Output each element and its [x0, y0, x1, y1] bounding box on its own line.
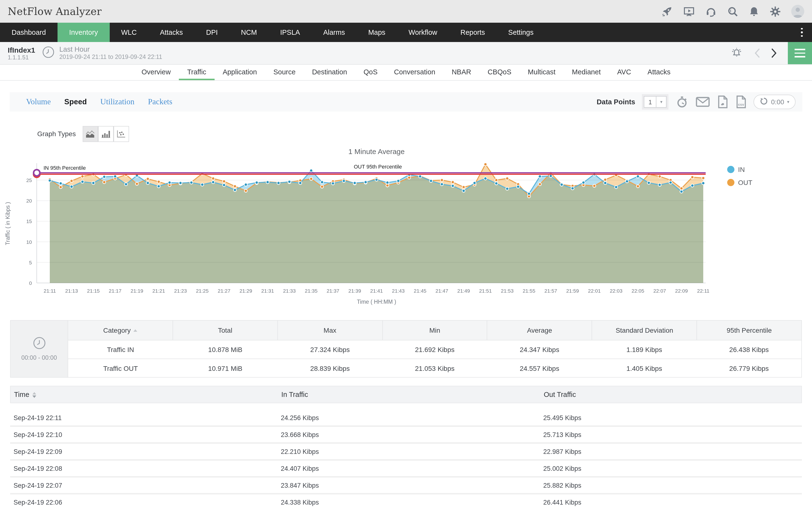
point-IN [190, 181, 193, 184]
x-tick-label: 21:35 [305, 288, 317, 294]
col-time[interactable]: Time [11, 391, 281, 398]
csv-export-icon[interactable]: csv [735, 95, 747, 109]
headset-icon[interactable] [705, 6, 717, 17]
y-axis-title: Traffic ( in Kibps ) [5, 202, 11, 245]
point-OUT [451, 181, 454, 183]
summary-col-average[interactable]: Average [488, 321, 592, 340]
nav-item[interactable]: NCM [230, 23, 268, 42]
main-nav: Dashboard Inventory WLC Attacks DPI NCM … [0, 23, 812, 42]
svg-text:csv: csv [738, 102, 744, 107]
nav-item[interactable]: Reports [449, 23, 497, 42]
nav-item-label: Reports [460, 29, 485, 36]
x-tick-label: 22:05 [631, 288, 644, 294]
point-OUT [70, 179, 73, 182]
gear-icon[interactable] [769, 6, 781, 17]
nav-item[interactable]: WLC [109, 23, 148, 42]
rocket-icon[interactable] [661, 6, 673, 17]
tab[interactable]: Attacks [639, 65, 678, 80]
point-OUT [680, 187, 683, 190]
point-IN [332, 182, 335, 185]
bell-icon[interactable] [749, 6, 759, 17]
graph-type-bar-button[interactable] [98, 126, 114, 142]
tab[interactable]: AVC [609, 65, 640, 80]
schedule-icon[interactable] [675, 95, 689, 109]
presentation-icon[interactable] [683, 6, 695, 17]
tab[interactable]: Overview [134, 65, 179, 80]
email-icon[interactable] [696, 96, 710, 108]
time-period-clock-icon[interactable] [42, 46, 54, 60]
summary-col-stddev[interactable]: Standard Deviation [592, 321, 697, 340]
summary-col-max[interactable]: Max [278, 321, 383, 340]
cell-out-traffic: 25.495 Kibps [543, 414, 802, 421]
data-points-select[interactable]: 1 ▾ [642, 94, 668, 110]
nav-item[interactable]: Alarms [311, 23, 356, 42]
summary-header-row: Category Total Max Min Average Standard … [68, 321, 801, 340]
nav-item[interactable]: Workflow [397, 23, 449, 42]
interface-list-menu-icon[interactable] [788, 42, 812, 64]
cell-out-traffic: 22.987 Kibps [543, 448, 802, 455]
search-icon[interactable] [727, 6, 739, 17]
point-IN [440, 183, 443, 186]
summary-col-total[interactable]: Total [173, 321, 278, 340]
tab[interactable]: NBAR [444, 65, 479, 80]
point-IN [277, 181, 280, 184]
nav-item-label: Inventory [69, 29, 98, 36]
tab[interactable]: QoS [355, 65, 386, 80]
point-IN [539, 175, 541, 178]
chart-toolbar: Volume Speed Utilization Packets Data Po… [10, 92, 802, 112]
nav-item[interactable]: Attacks [148, 23, 195, 42]
x-tick-label: 21:51 [479, 288, 492, 294]
nav-item[interactable]: IPSLA [268, 23, 311, 42]
tab[interactable]: Source [265, 65, 304, 80]
summary-cell-max: 28.839 Kibps [278, 359, 382, 377]
tab[interactable]: Traffic [179, 65, 214, 80]
point-IN [364, 181, 367, 183]
metric-switch-item[interactable]: Packets [141, 97, 179, 107]
graph-type-scatter-button[interactable] [114, 126, 129, 142]
cell-out-traffic: 26.441 Kibps [543, 499, 802, 506]
graph-type-area-button[interactable] [83, 126, 98, 142]
col-in-traffic[interactable]: In Traffic [281, 391, 544, 398]
nav-item[interactable]: DPI [195, 23, 230, 42]
traffic-chart-svg[interactable]: 051015202521:1121:1321:1521:1721:1921:21… [0, 142, 812, 311]
time-table-header: Time In Traffic Out Traffic [10, 386, 802, 403]
summary-cell-stddev: 1.189 Kibps [592, 340, 697, 358]
nav-overflow-menu-icon[interactable] [797, 23, 807, 42]
top-bar: NetFlow Analyzer [0, 0, 812, 23]
point-OUT [146, 177, 149, 180]
nav-item-label: Attacks [160, 29, 183, 36]
prev-interface-icon[interactable] [754, 48, 760, 58]
tab[interactable]: Application [214, 65, 265, 80]
metric-switch-item[interactable]: Utilization [94, 97, 141, 107]
metric-switch-item[interactable]: Speed [57, 98, 94, 106]
summary-col-95th[interactable]: 95th Percentile [697, 321, 801, 340]
tab[interactable]: Medianet [564, 65, 609, 80]
time-period[interactable]: Last Hour 2019-09-24 21:11 to 2019-09-24… [59, 45, 162, 61]
alarm-bell-icon[interactable] [730, 47, 743, 59]
tab[interactable]: Conversation [386, 65, 444, 80]
device-info: IfIndex1 1.1.1.51 [8, 46, 35, 61]
tab-label: Traffic [187, 68, 206, 75]
summary-col-min[interactable]: Min [383, 321, 488, 340]
sort-asc-icon [134, 329, 138, 332]
pdf-export-icon[interactable] [717, 95, 728, 109]
tab[interactable]: Multicast [520, 65, 564, 80]
table-row: Sep-24-19 22:06 24.338 Kibps 26.441 Kibp… [10, 495, 802, 507]
nav-item[interactable]: Settings [497, 23, 545, 42]
next-interface-icon[interactable] [771, 48, 777, 58]
nav-item-label: NCM [241, 29, 257, 36]
nav-item[interactable]: Dashboard [0, 23, 57, 42]
auto-refresh-control[interactable]: 0:00 ▾ [754, 95, 796, 109]
point-OUT [386, 184, 389, 187]
tab[interactable]: CBQoS [479, 65, 520, 80]
nav-item[interactable]: Maps [357, 23, 397, 42]
col-out-traffic[interactable]: Out Traffic [544, 391, 801, 398]
nav-item[interactable]: Inventory [57, 23, 109, 42]
device-ip: 1.1.1.51 [8, 54, 35, 61]
summary-cell-95th: 26.779 Kibps [697, 359, 801, 377]
summary-col-category[interactable]: Category [68, 321, 173, 340]
metric-switch-item[interactable]: Volume [19, 97, 57, 107]
avatar[interactable] [791, 5, 804, 18]
tab[interactable]: Destination [304, 65, 355, 80]
point-OUT [702, 176, 705, 179]
